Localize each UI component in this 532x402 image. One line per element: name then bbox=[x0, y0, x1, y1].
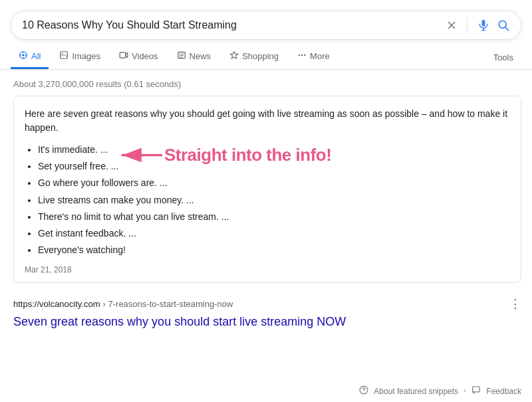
feedback-link[interactable]: Feedback bbox=[486, 387, 521, 396]
search-bar-container: 10 Reasons Why You Should Start Streamin… bbox=[0, 0, 532, 40]
tab-shopping[interactable]: Shopping bbox=[221, 45, 287, 69]
results-count: About 3,270,000,000 results (0.61 second… bbox=[13, 75, 521, 96]
tab-all-label: All bbox=[31, 51, 41, 61]
images-icon bbox=[59, 50, 68, 62]
nav-tabs: All Images Videos bbox=[0, 40, 532, 70]
featured-snippets-link[interactable]: About featured snippets bbox=[374, 387, 458, 396]
snippet-date: Mar 21, 2018 bbox=[25, 265, 510, 274]
footer-separator: • bbox=[464, 387, 466, 396]
list-item: Set yourself free. ... bbox=[38, 158, 510, 175]
question-icon bbox=[359, 385, 368, 397]
svg-point-18 bbox=[299, 54, 300, 56]
tab-shopping-label: Shopping bbox=[242, 51, 279, 61]
all-icon bbox=[19, 50, 28, 62]
footer-bar: About featured snippets • Feedback bbox=[348, 380, 532, 402]
mic-icon[interactable] bbox=[477, 19, 490, 32]
tab-images-label: Images bbox=[72, 51, 100, 61]
svg-rect-0 bbox=[482, 20, 485, 27]
tab-more-label: More bbox=[310, 51, 330, 61]
divider-line bbox=[467, 17, 467, 33]
list-item: It's immediate. ... bbox=[38, 142, 510, 158]
svg-rect-24 bbox=[473, 387, 480, 392]
search-submit-icon[interactable] bbox=[497, 19, 510, 32]
tab-videos-label: Videos bbox=[132, 51, 158, 61]
search-bar-icons bbox=[446, 17, 510, 33]
tab-images[interactable]: Images bbox=[51, 45, 108, 69]
list-item: Get instant feedback. ... bbox=[38, 225, 510, 242]
list-item: Go where your followers are. ... bbox=[38, 175, 510, 191]
svg-point-6 bbox=[22, 54, 25, 56]
list-item: Everyone's watching! bbox=[38, 242, 510, 258]
tab-all[interactable]: All bbox=[11, 45, 49, 69]
videos-icon bbox=[119, 50, 128, 62]
search-bar: 10 Reasons Why You Should Start Streamin… bbox=[11, 11, 521, 40]
tools-tab[interactable]: Tools bbox=[485, 47, 521, 68]
source-url-row: https://volcanocity.com › 7-reasons-to-s… bbox=[13, 299, 233, 309]
news-icon bbox=[177, 50, 186, 62]
svg-point-23 bbox=[364, 392, 364, 393]
svg-point-19 bbox=[301, 54, 303, 56]
source-link-area: https://volcanocity.com › 7-reasons-to-s… bbox=[13, 290, 521, 314]
results-area: About 3,270,000,000 results (0.61 second… bbox=[0, 70, 532, 331]
more-icon bbox=[297, 50, 307, 62]
list-item: Live streams can make you money. ... bbox=[38, 192, 510, 209]
list-item: There's no limit to what you can live st… bbox=[38, 209, 510, 225]
search-input[interactable]: 10 Reasons Why You Should Start Streamin… bbox=[22, 19, 446, 31]
tab-videos[interactable]: Videos bbox=[111, 45, 166, 69]
source-url: https://volcanocity.com › 7-reasons-to-s… bbox=[13, 299, 233, 309]
clear-icon[interactable] bbox=[446, 19, 458, 31]
tab-news[interactable]: News bbox=[169, 45, 219, 69]
tab-news-label: News bbox=[190, 51, 211, 61]
svg-line-4 bbox=[505, 27, 509, 31]
tab-more[interactable]: More bbox=[289, 45, 338, 69]
snippet-content: It's immediate. ... Set yourself free. .… bbox=[25, 142, 510, 258]
svg-rect-13 bbox=[120, 52, 126, 58]
feedback-icon bbox=[471, 385, 481, 397]
shopping-icon bbox=[229, 50, 239, 62]
featured-snippet: Here are seven great reasons why you sho… bbox=[13, 96, 521, 283]
svg-point-20 bbox=[304, 54, 305, 56]
snippet-list: It's immediate. ... Set yourself free. .… bbox=[25, 142, 510, 258]
source-breadcrumb: › 7-reasons-to-start-steaming-now bbox=[103, 299, 233, 309]
source-title-link[interactable]: Seven great reasons why you should start… bbox=[13, 315, 346, 328]
source-kebab-menu[interactable]: ⋮ bbox=[509, 296, 521, 311]
source-domain: https://volcanocity.com bbox=[13, 299, 100, 309]
snippet-intro: Here are seven great reasons why you sho… bbox=[25, 107, 510, 135]
